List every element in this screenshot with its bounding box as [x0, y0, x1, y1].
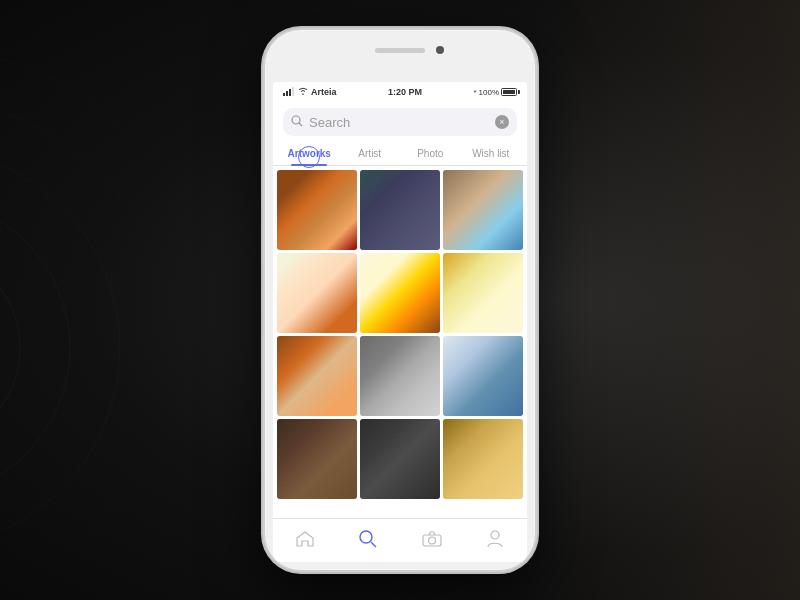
svg-point-11	[292, 116, 300, 124]
home-icon	[296, 531, 314, 551]
svg-point-29	[491, 531, 499, 539]
tab-artworks[interactable]: Artworks	[279, 142, 340, 165]
artwork-grid	[273, 166, 527, 518]
svg-rect-7	[283, 93, 285, 96]
artwork-cell[interactable]	[360, 336, 440, 416]
svg-point-4	[0, 48, 120, 548]
svg-rect-14	[360, 170, 440, 250]
svg-rect-24	[443, 419, 523, 499]
camera-icon	[422, 531, 442, 551]
bluetooth-icon: *	[473, 88, 476, 97]
svg-rect-22	[277, 419, 357, 499]
nav-item-home[interactable]	[273, 519, 337, 562]
search-placeholder: Search	[309, 115, 489, 130]
search-clear-button[interactable]: ×	[495, 115, 509, 129]
svg-rect-19	[277, 336, 357, 416]
search-input-box[interactable]: Search ×	[283, 108, 517, 136]
profile-icon	[487, 530, 503, 552]
svg-rect-9	[289, 89, 291, 96]
svg-point-3	[0, 98, 120, 548]
artwork-cell[interactable]	[277, 253, 357, 333]
svg-point-5	[0, 48, 120, 548]
svg-line-26	[371, 542, 376, 547]
phone-screen: Arteia 1:20 PM * 100%	[273, 82, 527, 562]
artwork-cell[interactable]	[443, 253, 523, 333]
svg-rect-13	[277, 170, 357, 250]
phone-body: Arteia 1:20 PM * 100%	[265, 30, 535, 570]
search-icon	[291, 113, 303, 131]
search-nav-icon	[359, 530, 377, 552]
clear-icon: ×	[499, 117, 504, 127]
wifi-symbol	[298, 87, 308, 97]
nav-item-camera[interactable]	[400, 519, 464, 562]
svg-point-0	[0, 248, 20, 448]
artwork-cell[interactable]	[277, 336, 357, 416]
status-bar: Arteia 1:20 PM * 100%	[273, 82, 527, 102]
svg-rect-17	[360, 253, 440, 333]
search-bar-container: Search ×	[273, 102, 527, 142]
svg-rect-23	[360, 419, 440, 499]
svg-rect-10	[292, 87, 294, 96]
artwork-cell[interactable]	[277, 419, 357, 499]
nav-item-search[interactable]	[337, 519, 401, 562]
svg-rect-20	[360, 336, 440, 416]
svg-point-25	[360, 531, 372, 543]
status-time: 1:20 PM	[388, 87, 422, 97]
svg-point-1	[0, 198, 70, 498]
svg-rect-21	[443, 336, 523, 416]
artwork-cell[interactable]	[360, 170, 440, 250]
phone-camera	[436, 46, 444, 54]
svg-point-2	[0, 148, 120, 548]
status-carrier: Arteia	[283, 87, 337, 98]
artwork-cell[interactable]	[277, 170, 357, 250]
svg-point-28	[428, 537, 435, 544]
svg-point-6	[0, 48, 120, 548]
svg-rect-8	[286, 91, 288, 96]
phone-speaker	[375, 48, 425, 53]
signal-bars	[283, 87, 295, 98]
svg-rect-15	[443, 170, 523, 250]
svg-rect-18	[443, 253, 523, 333]
artwork-cell[interactable]	[360, 419, 440, 499]
tab-wishlist[interactable]: Wish list	[461, 142, 522, 165]
nav-item-profile[interactable]	[464, 519, 528, 562]
tab-artist[interactable]: Artist	[340, 142, 401, 165]
artwork-cell[interactable]	[443, 419, 523, 499]
svg-line-12	[299, 123, 302, 126]
battery-icon	[501, 88, 517, 96]
artwork-cell[interactable]	[443, 170, 523, 250]
battery-fill	[503, 90, 515, 94]
tabs-bar: Artworks Artist Photo Wish list	[273, 142, 527, 166]
phone-device: Arteia 1:20 PM * 100%	[265, 30, 535, 570]
bottom-navigation	[273, 518, 527, 562]
background-arcs	[0, 48, 120, 552]
tab-photo[interactable]: Photo	[400, 142, 461, 165]
status-right: * 100%	[473, 88, 517, 97]
svg-rect-16	[277, 253, 357, 333]
battery-percent: 100%	[479, 88, 499, 97]
artwork-cell[interactable]	[443, 336, 523, 416]
artwork-cell[interactable]	[360, 253, 440, 333]
